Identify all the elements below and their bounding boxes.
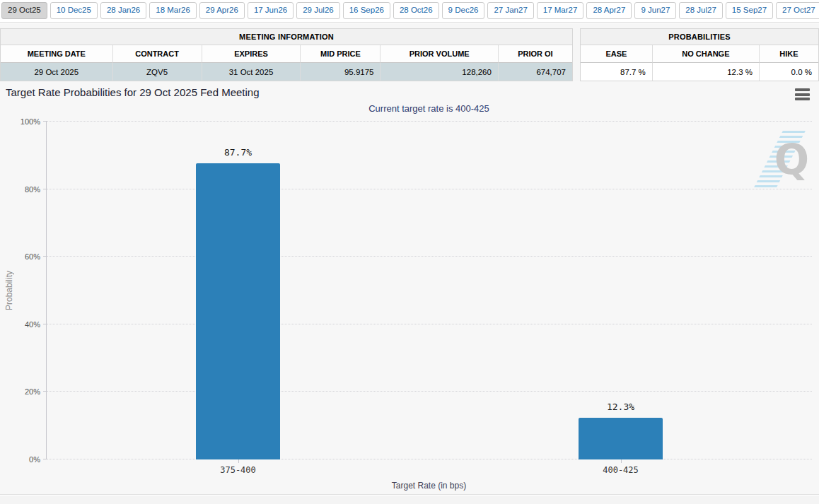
x-category-label: 400-425 [603, 465, 639, 475]
gridline [47, 256, 812, 257]
table-cell: 12.3 % [652, 63, 759, 81]
column-header: MEETING DATE [1, 45, 112, 63]
meeting-information-data-row: 29 Oct 2025ZQV531 Oct 202595.9175128,260… [1, 63, 572, 81]
column-header: PRIOR OI [498, 45, 572, 63]
tab-29-jul26[interactable]: 29 Jul26 [296, 2, 339, 19]
y-tick-label: 80% [25, 185, 40, 194]
hamburger-menu-icon[interactable] [795, 88, 810, 100]
table-cell: 31 Oct 2025 [202, 63, 301, 81]
bar-chart-plot-area: 0%20%40%60%80%100%87.7%375-40012.3%400-4… [46, 122, 812, 459]
tab-18-mar26[interactable]: 18 Mar26 [149, 2, 197, 19]
y-tick-label: 0% [29, 455, 40, 464]
target-rate-chart-panel: Target Rate Probabilities for 29 Oct 202… [0, 81, 819, 495]
table-cell: 0.0 % [759, 63, 818, 81]
bar-value-label: 87.7% [224, 147, 252, 158]
tab-29-apr26[interactable]: 29 Apr26 [199, 2, 245, 19]
tab-28-oct26[interactable]: 28 Oct26 [393, 2, 439, 19]
x-category-label: 375-400 [220, 465, 256, 475]
tab-17-jun26[interactable]: 17 Jun26 [248, 2, 294, 19]
column-header: EXPIRES [202, 45, 301, 63]
y-tick-mark [43, 121, 47, 122]
y-tick-label: 20% [25, 387, 40, 396]
gridline [47, 121, 812, 122]
probability-bar-400-425[interactable] [579, 418, 663, 459]
table-cell: 87.7 % [581, 63, 652, 81]
tab-28-jan26[interactable]: 28 Jan26 [100, 2, 146, 19]
meeting-information-table: MEETING INFORMATION MEETING DATECONTRACT… [0, 28, 573, 81]
tab-9-dec26[interactable]: 9 Dec26 [442, 2, 485, 19]
menu-bar [795, 93, 810, 96]
tab-17-mar27[interactable]: 17 Mar27 [537, 2, 584, 19]
chart-title: Target Rate Probabilities for 29 Oct 202… [6, 86, 260, 98]
y-tick-mark [43, 324, 47, 324]
chart-subtitle: Current target rate is 400-425 [46, 103, 812, 114]
y-tick-mark [43, 391, 47, 392]
probabilities-header-row: EASENO CHANGEHIKE [581, 45, 818, 63]
column-header: CONTRACT [112, 45, 202, 63]
y-tick-mark [43, 189, 47, 189]
gridline [47, 189, 812, 189]
table-cell: 29 Oct 2025 [1, 63, 112, 81]
tab-16-sep26[interactable]: 16 Sep26 [343, 2, 390, 19]
tab-10-dec25[interactable]: 10 Dec25 [50, 2, 98, 19]
y-tick-label: 60% [25, 252, 40, 261]
table-cell: ZQV5 [112, 63, 202, 81]
bar-value-label: 12.3% [607, 402, 634, 412]
x-axis-title: Target Rate (in bps) [46, 481, 812, 491]
probabilities-title: PROBABILITIES [581, 29, 818, 45]
meeting-tabs: 29 Oct2510 Dec2528 Jan2618 Mar2629 Apr26… [0, 0, 819, 23]
menu-bar [795, 88, 810, 91]
column-header: HIKE [759, 45, 818, 63]
tab-27-jan27[interactable]: 27 Jan27 [487, 2, 533, 19]
x-tick-mark [238, 459, 239, 463]
tab-15-sep27[interactable]: 15 Sep27 [726, 2, 773, 19]
y-tick-label: 100% [21, 117, 40, 126]
table-cell: 674,707 [498, 63, 572, 81]
tab-28-apr27[interactable]: 28 Apr27 [586, 2, 632, 19]
tab-9-jun27[interactable]: 9 Jun27 [634, 2, 676, 19]
x-tick-mark [621, 459, 622, 463]
column-header: NO CHANGE [652, 45, 759, 63]
meeting-information-header-row: MEETING DATECONTRACTEXPIRESMID PRICEPRIO… [1, 45, 572, 63]
gridline [47, 459, 812, 459]
meeting-information-title: MEETING INFORMATION [1, 29, 572, 45]
bottom-strip [0, 496, 819, 504]
gridline [47, 324, 812, 324]
column-header: PRIOR VOLUME [380, 45, 497, 63]
probabilities-table: PROBABILITIES EASENO CHANGEHIKE 87.7 %12… [580, 28, 819, 81]
y-tick-mark [43, 256, 47, 257]
table-cell: 95.9175 [300, 63, 380, 81]
y-tick-mark [43, 459, 47, 459]
table-cell: 128,260 [380, 63, 497, 81]
tab-28-jul27[interactable]: 28 Jul27 [679, 2, 722, 19]
menu-bar [795, 98, 810, 100]
tab-29-oct25[interactable]: 29 Oct25 [1, 2, 47, 19]
gridline [47, 391, 812, 392]
probability-bar-375-400[interactable] [196, 163, 280, 459]
column-header: MID PRICE [300, 45, 380, 63]
y-tick-label: 40% [25, 320, 40, 329]
column-header: EASE [581, 45, 652, 63]
probabilities-data-row: 87.7 %12.3 %0.0 % [581, 63, 818, 81]
tab-27-oct27[interactable]: 27 Oct27 [776, 2, 819, 19]
y-axis-title: Probability [4, 122, 16, 459]
tables-zone: MEETING INFORMATION MEETING DATECONTRACT… [0, 23, 819, 81]
